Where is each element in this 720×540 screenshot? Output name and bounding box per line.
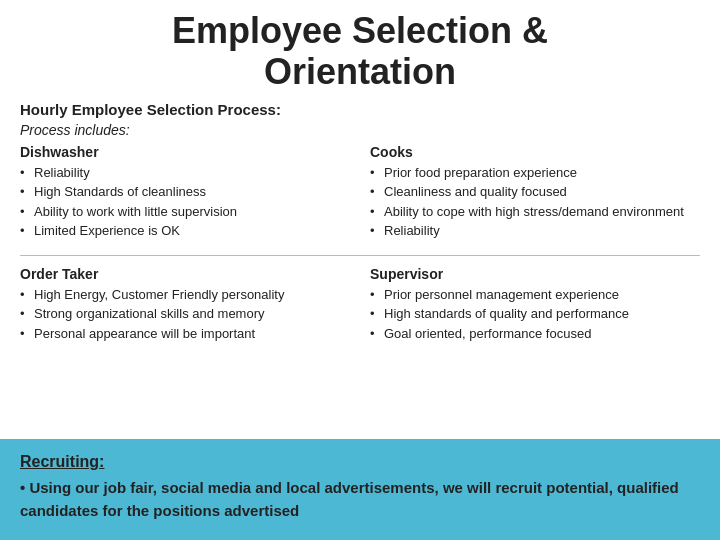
recruiting-section: Recruiting: • Using our job fair, social…	[0, 439, 720, 540]
section-divider	[20, 255, 700, 256]
list-item: Prior food preparation experience	[370, 163, 700, 183]
list-item: Strong organizational skills and memory	[20, 304, 350, 324]
list-item: Personal appearance will be important	[20, 324, 350, 344]
list-item: Limited Experience is OK	[20, 221, 350, 241]
list-item: Ability to cope with high stress/demand …	[370, 202, 700, 222]
order-supervisor-row: Order Taker High Energy, Customer Friend…	[20, 266, 700, 344]
list-item: Ability to work with little supervision	[20, 202, 350, 222]
order-taker-list: High Energy, Customer Friendly personali…	[20, 285, 350, 344]
order-taker-title: Order Taker	[20, 266, 350, 282]
list-item: Reliability	[370, 221, 700, 241]
list-item: Reliability	[20, 163, 350, 183]
recruiting-label: Recruiting:	[20, 453, 700, 471]
list-item: High Energy, Customer Friendly personali…	[20, 285, 350, 305]
page: Employee Selection & Orientation Hourly …	[0, 0, 720, 540]
list-item: Goal oriented, performance focused	[370, 324, 700, 344]
dishwasher-title: Dishwasher	[20, 144, 350, 160]
recruiting-body: Using our job fair, social media and loc…	[20, 479, 679, 519]
list-item: Prior personnel management experience	[370, 285, 700, 305]
dishwasher-col: Dishwasher Reliability High Standards of…	[20, 144, 350, 241]
cooks-list: Prior food preparation experience Cleanl…	[370, 163, 700, 241]
bullet-icon: •	[20, 479, 29, 496]
supervisor-title: Supervisor	[370, 266, 700, 282]
dishwasher-list: Reliability High Standards of cleanlines…	[20, 163, 350, 241]
supervisor-col: Supervisor Prior personnel management ex…	[370, 266, 700, 344]
title-line2: Orientation	[264, 51, 456, 92]
list-item: Cleanliness and quality focused	[370, 182, 700, 202]
hourly-heading: Hourly Employee Selection Process:	[20, 101, 700, 118]
title-section: Employee Selection & Orientation	[20, 0, 700, 101]
cooks-col: Cooks Prior food preparation experience …	[370, 144, 700, 241]
list-item: High Standards of cleanliness	[20, 182, 350, 202]
dishwasher-cooks-row: Dishwasher Reliability High Standards of…	[20, 144, 700, 241]
cooks-title: Cooks	[370, 144, 700, 160]
main-title: Employee Selection & Orientation	[20, 10, 700, 93]
process-includes: Process includes:	[20, 122, 700, 138]
list-item: High standards of quality and performanc…	[370, 304, 700, 324]
supervisor-list: Prior personnel management experience Hi…	[370, 285, 700, 344]
recruiting-text: • Using our job fair, social media and l…	[20, 477, 700, 522]
title-line1: Employee Selection &	[172, 10, 548, 51]
order-taker-col: Order Taker High Energy, Customer Friend…	[20, 266, 350, 344]
